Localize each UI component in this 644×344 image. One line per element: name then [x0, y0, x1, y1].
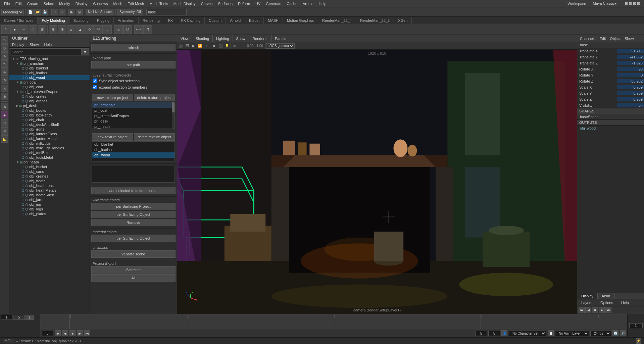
object-list[interactable]: obj_blanket obj_leather obj_wood: [92, 141, 175, 161]
per-surfacing-object-wf-btn[interactable]: per Surfacing Object: [91, 211, 176, 218]
viewport-canvas[interactable]: 1920 x 810 camera (renderSetupLayer1) X …: [177, 50, 577, 314]
channel-rotate-y[interactable]: Rotate Y 0: [577, 72, 644, 78]
tree-item-obj-coal[interactable]: ⊡ ⬡ obj_coal: [9, 85, 90, 89]
bridge-icon[interactable]: ≡: [67, 25, 76, 34]
frame-current-input[interactable]: [13, 315, 25, 320]
tab-animation[interactable]: Animation: [114, 17, 139, 24]
vp-hud-icon[interactable]: ⊡: [238, 43, 244, 49]
tab-xgen[interactable]: XGen: [394, 17, 412, 24]
timeline-end-input[interactable]: [42, 331, 53, 336]
tree-item-obj-boxfancy[interactable]: ⊡ ⬡ obj_boxFancy: [9, 113, 90, 117]
object-list-item-blanket[interactable]: obj_blanket: [92, 142, 175, 147]
tree-item-obj-wood[interactable]: ⊡ ⬡ obj_wood: [9, 75, 90, 80]
tl-play-btn[interactable]: ▶: [77, 330, 83, 336]
open-icon[interactable]: 📂: [34, 9, 41, 15]
sculpt-tool-icon[interactable]: 〜: [1, 60, 8, 68]
rp-help-btn[interactable]: Help: [618, 300, 632, 305]
vp-solid-icon[interactable]: ■: [211, 43, 217, 49]
tree-item-obj-heathshelf[interactable]: ⊡ ⬡ obj_heathShelf: [9, 193, 90, 197]
menu-mesh-display[interactable]: Mesh Display: [171, 2, 198, 6]
vp-playback-icon[interactable]: ▶: [191, 43, 197, 49]
all-btn[interactable]: All: [91, 274, 176, 282]
tab-renderman-22-4[interactable]: RenderMan_22_4: [318, 17, 356, 24]
mode-select[interactable]: Modeling: [1, 9, 24, 15]
channel-translate-z[interactable]: Translate Z -1.923: [577, 60, 644, 66]
outliner-menu-show[interactable]: Show: [27, 42, 42, 47]
tab-bifrost[interactable]: Bifrost: [245, 17, 264, 24]
channel-scale-x[interactable]: Scale X 0.769: [577, 84, 644, 90]
tree-item-obj-milkjugshandles[interactable]: ⊡ ⬡ obj_milkJugsHandles: [9, 146, 90, 150]
menu-file[interactable]: File: [1, 2, 13, 6]
channel-scale-y[interactable]: Scale Y 0.769: [577, 90, 644, 96]
vp-menu-renderer[interactable]: Renderer: [249, 35, 271, 42]
tree-item-obj-chair[interactable]: ⊡ ⬡ obj_chair: [9, 117, 90, 122]
face-icon[interactable]: □: [29, 25, 37, 34]
project-list[interactable]: prj_armchair prj_coal prj_cratesAndDrape…: [92, 102, 175, 129]
tab-motion-graphics[interactable]: Motion Graphics: [283, 17, 318, 24]
transform-icon[interactable]: ✛: [1, 68, 8, 76]
mirror-icon[interactable]: ⟺: [134, 25, 143, 34]
channel-rotate-x[interactable]: Rotate X 90: [577, 66, 644, 72]
menu-cache[interactable]: Cache: [284, 2, 300, 6]
tree-item-obj-leather[interactable]: ⊡ ⬡ obj_leather: [9, 70, 90, 75]
tree-item-obj-crates[interactable]: ⊡ ⬡ obj_crates: [9, 94, 90, 99]
tl-audio-icon[interactable]: 🔊: [620, 330, 626, 336]
vp-loop-icon[interactable]: 🔁: [197, 43, 203, 49]
new-scene-icon[interactable]: 📄: [27, 9, 34, 15]
project-list-item-desk[interactable]: prj_desk: [92, 118, 175, 124]
tree-item-obj-drapes[interactable]: ⊡ ⬡ obj_drapes: [9, 99, 90, 103]
outliner-search-input[interactable]: [10, 48, 81, 55]
vp-menu-view[interactable]: View: [177, 35, 192, 42]
tab-rigging[interactable]: Rigging: [93, 17, 114, 24]
vp-wireframe-icon[interactable]: ⬡: [205, 43, 211, 49]
play-stop-btn[interactable]: ■: [592, 307, 598, 313]
set-path-button[interactable]: set path: [91, 61, 176, 68]
measure-icon[interactable]: 📐: [1, 135, 8, 143]
boolean-icon[interactable]: ⊓: [143, 25, 152, 34]
channel-translate-y[interactable]: Translate Y -41.852: [577, 54, 644, 60]
tl-prev-btn[interactable]: ⏮: [55, 330, 61, 336]
soft-select-icon[interactable]: ❋: [1, 103, 8, 110]
new-texture-object-button[interactable]: new texture object: [92, 133, 133, 141]
vp-menu-panels[interactable]: Panels: [271, 35, 290, 42]
menu-help[interactable]: Help: [316, 2, 329, 6]
extrude-icon[interactable]: ▲: [76, 25, 85, 34]
tl-range-end[interactable]: [475, 331, 487, 336]
cb-channels-menu[interactable]: Channels: [579, 37, 597, 41]
tree-item-obj-desk-shelf[interactable]: ⊡ ⬡ obj_deskAndShelf: [9, 122, 90, 127]
menu-mesh-tools[interactable]: Mesh Tools: [147, 2, 170, 6]
object-list-item-leather[interactable]: obj_leather: [92, 147, 175, 152]
workspace-value[interactable]: Maya Classic▾: [590, 1, 619, 6]
tree-item-obj-lanternmetal[interactable]: ⊡ ⬡ obj_lanternMetal: [9, 136, 90, 141]
rp-tab-anim[interactable]: Anim: [598, 293, 614, 299]
char-set-select[interactable]: No Character Set: [509, 331, 546, 336]
tab-mash[interactable]: MASH: [264, 17, 283, 24]
frame-input-small[interactable]: [26, 315, 34, 320]
tree-item-obj-heathirons[interactable]: ⊡ ⬡ obj_heathIrons: [9, 183, 90, 188]
rotate-icon[interactable]: ↻: [1, 77, 8, 84]
fill-hole-icon[interactable]: ○: [103, 25, 112, 34]
add-selected-button[interactable]: add selected to texture object: [91, 187, 176, 194]
vertex-icon[interactable]: ●: [10, 25, 19, 34]
tree-item-obj-heath[interactable]: ⊡ ⬡ obj_heath: [9, 179, 90, 183]
tree-item-obj-cans[interactable]: ⊡ ⬡ obj_cans: [9, 169, 90, 174]
project-list-item-coal[interactable]: prj_coal: [92, 108, 175, 113]
tab-arnold[interactable]: Arnold: [226, 17, 245, 24]
tab-sculpting[interactable]: Sculpting: [69, 17, 93, 24]
separate-icon[interactable]: ⊗: [58, 25, 66, 34]
tab-renderman-22-5[interactable]: RenderMan_22_5: [356, 17, 394, 24]
anim-layer-select[interactable]: No Anim Layer: [555, 331, 589, 336]
selected-btn[interactable]: Selected: [91, 266, 176, 274]
frame-number-input[interactable]: [629, 323, 643, 328]
no-live-surface-btn[interactable]: No Live Surface: [86, 9, 114, 15]
tl-anim-layer-icon[interactable]: 📋: [548, 330, 554, 336]
smooth-icon[interactable]: ⌾: [114, 25, 123, 34]
tree-item-obj-jug[interactable]: ⊡ ⬡ obj_jug: [9, 202, 90, 207]
vp-menu-show[interactable]: Show: [233, 35, 249, 42]
per-surfacing-project-btn[interactable]: per Surfacing Project: [91, 203, 176, 210]
project-list-item-crates[interactable]: prj_cratesAndDrapes: [92, 113, 175, 118]
vp-color-space-select[interactable]: sRGB gamma: [266, 43, 295, 49]
play-prev-btn[interactable]: ⏮: [579, 307, 585, 313]
menu-uv[interactable]: UV: [253, 2, 263, 6]
new-texture-project-button[interactable]: new texture project: [92, 94, 133, 101]
